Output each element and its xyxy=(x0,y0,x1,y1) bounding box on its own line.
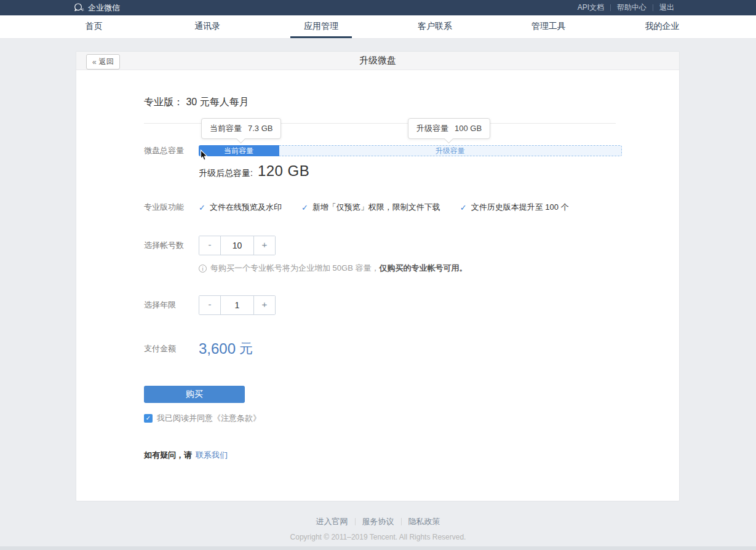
divider xyxy=(653,4,653,11)
copyright-text: Copyright © 2011–2019 Tencent. All Right… xyxy=(0,533,756,541)
nav-item-my-company[interactable]: 我的企业 xyxy=(605,15,719,38)
years-value[interactable]: 1 xyxy=(220,296,254,314)
account-count-value[interactable]: 10 xyxy=(220,236,254,255)
wechat-work-logo-icon xyxy=(74,2,84,13)
contact-us-link[interactable]: 联系我们 xyxy=(196,450,228,461)
note-bold-text: 仅购买的专业帐号可用。 xyxy=(379,263,467,274)
tooltip-value: 7.3 GB xyxy=(248,124,273,133)
contact-prefix: 如有疑问，请 xyxy=(144,450,192,461)
page-title: 升级微盘 xyxy=(359,55,396,66)
nav-item-customer-contact[interactable]: 客户联系 xyxy=(378,15,491,38)
nav-item-admin-tools[interactable]: 管理工具 xyxy=(491,15,605,38)
plan-price-heading: 专业版： 30 元每人每月 xyxy=(144,96,679,108)
total-after-value: 120 GB xyxy=(258,162,309,180)
info-icon: i xyxy=(199,265,207,273)
logout-link[interactable]: 退出 xyxy=(659,2,674,13)
check-icon: ✓ xyxy=(199,203,205,212)
account-count-row: 选择帐号数 - 10 + xyxy=(144,236,679,255)
buy-button[interactable]: 购买 xyxy=(144,386,245,403)
help-center-link[interactable]: 帮助中心 xyxy=(617,2,647,13)
feature-item: ✓ 文件在线预览及水印 xyxy=(199,202,282,213)
capacity-bar: 当前容量7.3 GB 升级容量100 GB 当前容量 升级容量 xyxy=(199,145,622,156)
topbar: 企业微信 API文档 帮助中心 退出 xyxy=(0,0,756,15)
feature-text: 文件历史版本提升至 100 个 xyxy=(471,202,569,213)
agreement-row: ✓ 我已阅读并同意 《注意条款》 xyxy=(144,413,679,424)
tooltip-label: 升级容量 xyxy=(416,124,448,133)
account-note: i 每购买一个专业帐号将为企业增加 50GB 容量， 仅购买的专业帐号可用。 xyxy=(199,263,679,274)
brand: 企业微信 xyxy=(74,2,120,14)
capacity-row: 微盘总容量 当前容量7.3 GB 升级容量100 GB 当前容量 升级容量 xyxy=(144,145,679,156)
capacity-bar-current-segment: 当前容量 xyxy=(199,145,279,156)
features-row: 专业版功能 ✓ 文件在线预览及水印 ✓ 新增「仅预览」权限，限制文件下载 ✓ 文… xyxy=(144,202,679,213)
payment-unit: 元 xyxy=(239,340,253,358)
years-label: 选择年限 xyxy=(144,300,199,311)
current-capacity-tooltip: 当前容量7.3 GB xyxy=(201,118,281,139)
service-agreement-link[interactable]: 服务协议 xyxy=(362,516,394,527)
terms-link[interactable]: 《注意条款》 xyxy=(213,413,261,424)
note-text: 每购买一个专业帐号将为企业增加 50GB 容量， xyxy=(210,263,379,274)
upgrade-card: « 返回 升级微盘 专业版： 30 元每人每月 微盘总容量 当前容量7.3 GB… xyxy=(76,51,680,501)
total-after-label: 升级后总容量: xyxy=(199,168,253,179)
card-body: 专业版： 30 元每人每月 微盘总容量 当前容量7.3 GB 升级容量100 G… xyxy=(76,70,679,461)
footer-links: 进入官网 服务协议 隐私政策 xyxy=(0,516,756,527)
decrease-button[interactable]: - xyxy=(199,296,220,314)
contact-row: 如有疑问，请 联系我们 xyxy=(144,450,679,461)
upgrade-capacity-tooltip: 升级容量100 GB xyxy=(408,118,490,139)
capacity-label: 微盘总容量 xyxy=(144,145,199,156)
years-stepper: - 1 + xyxy=(199,295,276,315)
official-site-link[interactable]: 进入官网 xyxy=(316,516,348,527)
feature-text: 文件在线预览及水印 xyxy=(210,202,282,213)
increase-button[interactable]: + xyxy=(254,296,275,314)
mouse-cursor-icon xyxy=(200,149,208,161)
feature-item: ✓ 文件历史版本提升至 100 个 xyxy=(460,202,569,213)
capacity-bar-upgrade-segment: 升级容量 xyxy=(279,145,622,156)
footer: 进入官网 服务协议 隐私政策 Copyright © 2011–2019 Ten… xyxy=(0,516,756,541)
tooltip-value: 100 GB xyxy=(455,124,482,133)
nav-item-contacts[interactable]: 通讯录 xyxy=(151,15,265,38)
brand-label: 企业微信 xyxy=(88,2,120,14)
account-count-label: 选择帐号数 xyxy=(144,240,199,251)
divider xyxy=(355,518,356,525)
feature-item: ✓ 新增「仅预览」权限，限制文件下载 xyxy=(301,202,440,213)
nav-item-app-management[interactable]: 应用管理 xyxy=(265,15,378,38)
payment-amount: 3,600 xyxy=(199,340,236,357)
back-button-label: 返回 xyxy=(99,57,114,67)
feature-text: 新增「仅预览」权限，限制文件下载 xyxy=(312,202,440,213)
features-list: ✓ 文件在线预览及水印 ✓ 新增「仅预览」权限，限制文件下载 ✓ 文件历史版本提… xyxy=(199,202,589,213)
privacy-policy-link[interactable]: 隐私政策 xyxy=(408,516,440,527)
tooltip-label: 当前容量 xyxy=(210,124,242,133)
check-icon: ✓ xyxy=(460,203,467,212)
agreement-checkbox[interactable]: ✓ xyxy=(144,414,153,423)
total-after-row: 升级后总容量: 120 GB xyxy=(199,162,679,180)
years-row: 选择年限 - 1 + xyxy=(144,295,679,315)
divider xyxy=(401,518,402,525)
account-count-stepper: - 10 + xyxy=(199,236,276,255)
agreement-text: 我已阅读并同意 xyxy=(157,413,213,424)
api-docs-link[interactable]: API文档 xyxy=(578,2,604,13)
increase-button[interactable]: + xyxy=(254,236,275,255)
topbar-links: API文档 帮助中心 退出 xyxy=(578,2,674,13)
nav-item-home[interactable]: 首页 xyxy=(37,15,151,38)
divider xyxy=(610,4,611,11)
back-button[interactable]: « 返回 xyxy=(86,54,120,70)
features-label: 专业版功能 xyxy=(144,202,199,213)
payment-row: 支付金额 3,600 元 xyxy=(144,340,679,358)
main-nav: 首页 通讯录 应用管理 客户联系 管理工具 我的企业 xyxy=(0,15,756,39)
bottom-strip xyxy=(0,546,756,550)
check-icon: ✓ xyxy=(301,203,308,212)
decrease-button[interactable]: - xyxy=(199,236,220,255)
back-chevron-icon: « xyxy=(92,58,97,66)
card-header: « 返回 升级微盘 xyxy=(76,52,679,70)
payment-label: 支付金额 xyxy=(144,343,199,354)
